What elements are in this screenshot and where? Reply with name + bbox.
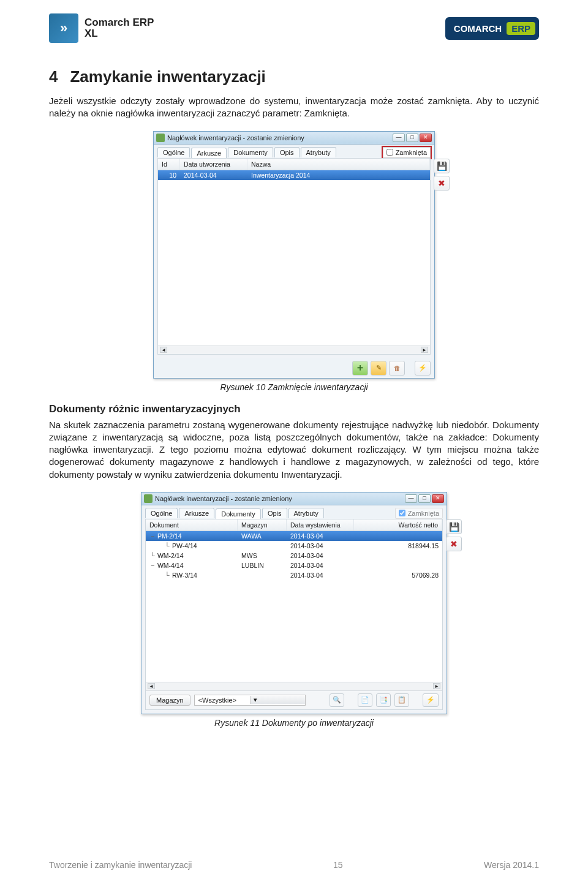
figure-caption-2: Rysunek 11 Dokumenty po inwentaryzacji xyxy=(49,718,539,728)
col-value[interactable]: Wartość netto xyxy=(354,519,442,530)
table-row[interactable]: └ PW-4/142014-03-04818944.15 xyxy=(146,541,442,551)
cell: 818944.15 xyxy=(354,541,442,551)
footer-right: Wersja 2014.1 xyxy=(484,860,539,870)
cell: 2014-03-04 xyxy=(287,551,354,561)
cell-id: 10 xyxy=(158,170,180,180)
cancel-button[interactable]: ✖ xyxy=(434,176,450,191)
magazyn-combo[interactable]: <Wszystkie> ▾ xyxy=(194,695,306,706)
scroll-right-icon[interactable]: ► xyxy=(433,683,440,689)
cell: LUBLIN xyxy=(238,561,287,570)
table-row[interactable]: 10 2014-03-04 Inwentaryzacja 2014 xyxy=(158,170,430,180)
titlebar: Nagłówek inwentaryzacji - zostanie zmien… xyxy=(154,132,434,145)
column-headers: Id Data utworzenia Nazwa xyxy=(158,159,430,170)
section-title: Zamykanie inwentaryzacji xyxy=(70,67,265,86)
minimize-button[interactable]: — xyxy=(393,134,405,142)
cell: └ WM-2/14 xyxy=(146,551,238,561)
chevron-down-icon[interactable]: ▾ xyxy=(250,696,305,704)
cell xyxy=(354,561,442,570)
brand-badge-left: COMARCH xyxy=(454,23,502,34)
subsection-heading: Dokumenty różnic inwentaryzacyjnych xyxy=(49,403,539,415)
scroll-right-icon[interactable]: ► xyxy=(421,347,428,353)
list-area[interactable]: 10 2014-03-04 Inwentaryzacja 2014 ◄ ► xyxy=(158,170,430,354)
save-button[interactable]: 💾 xyxy=(446,519,462,534)
brand-badge-right: ERP xyxy=(507,22,535,35)
tab-opis[interactable]: Opis xyxy=(262,508,287,518)
closed-checkbox-wrap[interactable]: Zamknięta xyxy=(383,147,431,158)
col-name[interactable]: Nazwa xyxy=(247,159,430,170)
section-number: 4 xyxy=(49,67,58,86)
cell xyxy=(238,570,287,580)
horizontal-scrollbar[interactable]: ◄ ► xyxy=(146,682,442,690)
cell: └ RW-3/14 xyxy=(146,570,238,580)
close-button[interactable]: ✕ xyxy=(420,134,432,142)
paragraph-1: Jeżeli wszystkie odczyty zostały wprowad… xyxy=(49,95,539,120)
column-headers: Dokument Magazyn Data wystawienia Wartoś… xyxy=(146,519,442,531)
scroll-left-icon[interactable]: ◄ xyxy=(148,683,155,689)
col-magazyn[interactable]: Magazyn xyxy=(238,519,287,530)
tab-ogolne[interactable]: Ogólne xyxy=(145,508,178,518)
section-heading: 4Zamykanie inwentaryzacji xyxy=(49,67,539,86)
cell: 2014-03-04 xyxy=(287,531,354,541)
tab-arkusze[interactable]: Arkusze xyxy=(191,148,227,158)
search-button[interactable]: 🔍 xyxy=(330,693,344,707)
closed-checkbox[interactable] xyxy=(399,510,405,516)
col-date[interactable]: Data utworzenia xyxy=(180,159,247,170)
tab-opis[interactable]: Opis xyxy=(274,147,300,157)
cell: 2014-03-04 xyxy=(287,570,354,580)
close-button[interactable]: ✕ xyxy=(432,494,444,503)
cell xyxy=(354,551,442,561)
tab-atrybuty[interactable]: Atrybuty xyxy=(288,508,324,518)
window-footer: ＋ ✎ 🗑 ⚡ xyxy=(154,358,434,378)
closed-checkbox-wrap[interactable]: Zamknięta xyxy=(395,508,443,519)
action-button[interactable]: ⚡ xyxy=(415,361,431,376)
cell xyxy=(238,541,287,551)
cell: 2014-03-04 xyxy=(287,561,354,570)
tab-strip: Ogólne Arkusze Dokumenty Opis Atrybuty Z… xyxy=(154,145,434,158)
horizontal-scrollbar[interactable]: ◄ ► xyxy=(158,345,430,354)
add-button[interactable]: ＋ xyxy=(352,361,368,376)
tab-dokumenty[interactable]: Dokumenty xyxy=(216,508,261,519)
window-title: Nagłówek inwentaryzacji - zostanie zmien… xyxy=(167,134,393,142)
magazyn-button[interactable]: Magazyn xyxy=(149,695,190,706)
col-id[interactable]: Id xyxy=(158,159,180,170)
tab-ogolne[interactable]: Ogólne xyxy=(157,147,190,157)
generate-button-1[interactable]: 📄 xyxy=(358,693,372,707)
generate-button-2[interactable]: 📑 xyxy=(376,693,391,707)
window-inventory-header-1: Nagłówek inwentaryzacji - zostanie zmien… xyxy=(153,131,435,379)
window-icon xyxy=(156,134,165,142)
edit-button[interactable]: ✎ xyxy=(371,361,386,376)
generate-button-3[interactable]: 📋 xyxy=(394,693,409,707)
maximize-button[interactable]: □ xyxy=(406,134,418,142)
list-area[interactable]: − PM-2/14WAWA2014-03-04└ PW-4/142014-03-… xyxy=(146,531,442,690)
save-button[interactable]: 💾 xyxy=(434,159,450,173)
col-date[interactable]: Data wystawienia xyxy=(287,519,354,530)
table-row[interactable]: └ RW-3/142014-03-0457069.28 xyxy=(146,570,442,580)
cancel-button[interactable]: ✖ xyxy=(446,537,462,551)
tab-dokumenty[interactable]: Dokumenty xyxy=(228,147,273,157)
tab-arkusze[interactable]: Arkusze xyxy=(179,508,214,518)
maximize-button[interactable]: □ xyxy=(418,494,431,503)
cell-date: 2014-03-04 xyxy=(180,170,247,180)
figure-caption-1: Rysunek 10 Zamknięcie inwentaryzacji xyxy=(49,382,539,392)
cell: − PM-2/14 xyxy=(146,531,238,541)
page-footer: Tworzenie i zamykanie inwentaryzacji 15 … xyxy=(49,860,539,870)
magazyn-combo-value: <Wszystkie> xyxy=(195,695,250,705)
col-document[interactable]: Dokument xyxy=(146,519,238,530)
table-row[interactable]: − WM-4/14LUBLIN2014-03-04 xyxy=(146,561,442,570)
table-row[interactable]: └ WM-2/14MWS2014-03-04 xyxy=(146,551,442,561)
action-button[interactable]: ⚡ xyxy=(423,693,439,707)
scroll-left-icon[interactable]: ◄ xyxy=(160,347,167,353)
cell: 57069.28 xyxy=(354,570,442,580)
cell-name: Inwentaryzacja 2014 xyxy=(247,170,430,180)
page-header: » Comarch ERP XL COMARCH ERP xyxy=(49,13,539,43)
closed-checkbox[interactable] xyxy=(386,149,393,156)
tab-atrybuty[interactable]: Atrybuty xyxy=(301,147,336,157)
cell: − WM-4/14 xyxy=(146,561,238,570)
closed-checkbox-label: Zamknięta xyxy=(408,510,439,517)
cell xyxy=(354,531,442,541)
titlebar: Nagłówek inwentaryzacji - zostanie zmien… xyxy=(141,493,447,505)
minimize-button[interactable]: — xyxy=(405,494,417,503)
delete-button[interactable]: 🗑 xyxy=(389,361,405,376)
table-row[interactable]: − PM-2/14WAWA2014-03-04 xyxy=(146,531,442,541)
window-icon xyxy=(144,494,153,503)
